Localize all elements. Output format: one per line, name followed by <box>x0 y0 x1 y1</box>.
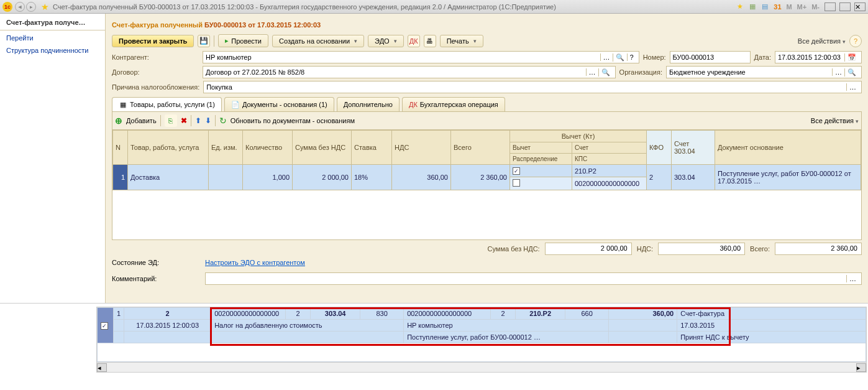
scroll-left-button[interactable]: ◂ <box>97 363 107 372</box>
cell-account[interactable]: 210.P2 <box>572 165 647 177</box>
cell-total[interactable]: 2 360,00 <box>451 165 510 190</box>
col-kfo[interactable]: КФО <box>647 131 672 165</box>
search-icon[interactable]: 🔍 <box>844 68 859 77</box>
cell-rate[interactable]: 18% <box>352 165 392 190</box>
save-button[interactable]: 💾 <box>198 35 210 47</box>
counterparty-field[interactable]: HP компьютер … 🔍 ? <box>203 51 639 63</box>
col-item[interactable]: Товар, работа, услуга <box>128 131 209 165</box>
col-distribution[interactable]: Распределение <box>510 154 572 165</box>
cell-item[interactable]: Доставка <box>128 165 209 190</box>
checkbox-icon[interactable]: ✓ <box>513 167 520 175</box>
tax-reason-field[interactable]: Покупка … <box>203 81 862 93</box>
post-button[interactable]: ▸Провести <box>218 34 268 47</box>
help-field-icon[interactable]: ? <box>627 53 636 61</box>
copy-icon[interactable]: ⎘ <box>165 114 177 127</box>
col-unit[interactable]: Ед. изм. <box>209 131 243 165</box>
number-field[interactable]: БУ00-000013 <box>670 51 751 63</box>
sidebar-item-goto[interactable]: Перейти <box>0 32 105 44</box>
maximize-button[interactable] <box>839 2 851 11</box>
cell-kps[interactable]: 00200000000000000 <box>572 177 647 190</box>
cell-distribution[interactable] <box>510 177 572 190</box>
calendar-icon[interactable]: 📅 <box>844 53 859 62</box>
sidebar-item-structure[interactable]: Структура подчиненности <box>0 44 105 57</box>
lookup-icon[interactable]: … <box>846 275 859 282</box>
search-icon[interactable]: 🔍 <box>613 53 627 62</box>
memory-mminus-button[interactable]: M- <box>810 3 821 11</box>
col-total[interactable]: Всего <box>451 131 510 165</box>
cell-kfo[interactable]: 2 <box>647 165 672 190</box>
cell-qty[interactable]: 1,000 <box>243 165 293 190</box>
nav-forward-button[interactable]: ▸ <box>26 2 36 12</box>
tab-accounting[interactable]: ДКБухгалтерская операция <box>402 97 505 111</box>
minimize-button[interactable] <box>825 2 836 11</box>
date-field[interactable]: 17.03.2015 12:00:03 📅 <box>775 51 862 63</box>
items-grid[interactable]: N Товар, работа, услуга Ед. изм. Количес… <box>112 129 862 240</box>
cell-docbase[interactable]: Поступление услуг, работ БУ00-000012 от … <box>715 165 861 190</box>
cell-n[interactable]: 1 <box>113 165 128 190</box>
scroll-right-button[interactable]: ▸ <box>856 363 866 372</box>
col-qty[interactable]: Количество <box>243 131 293 165</box>
calendar-icon[interactable]: 31 <box>772 2 782 12</box>
post-and-close-button[interactable]: Провести и закрыть <box>112 35 194 47</box>
move-down-icon[interactable]: ⬇ <box>205 116 211 125</box>
grid-all-actions-button[interactable]: Все действия <box>811 117 859 124</box>
tabs: ▦Товары, работы, услуги (1) 📄Документы -… <box>112 97 862 111</box>
col-vat[interactable]: НДС <box>392 131 451 165</box>
clipboard-icon[interactable]: ▦ <box>747 2 757 12</box>
print-button[interactable]: Печать <box>440 35 483 47</box>
comment-field[interactable]: … <box>205 272 862 285</box>
col-rate[interactable]: Ставка <box>352 131 392 165</box>
print-icon-button[interactable]: 🖶 <box>424 35 436 47</box>
col-n[interactable]: N <box>113 131 128 165</box>
bottom-grid[interactable]: ✓ 1 2 00200000000000000 2 303.04 830 002… <box>97 307 866 362</box>
refresh-button[interactable]: Обновить по документам - основаниям <box>231 117 355 124</box>
refresh-icon[interactable]: ↻ <box>219 116 227 126</box>
memory-mplus-button[interactable]: M+ <box>796 3 808 11</box>
col-deduct-kt[interactable]: Вычет (Кт) <box>510 131 647 142</box>
add-icon[interactable]: ⊕ <box>115 116 122 126</box>
checkbox-icon[interactable] <box>513 179 520 187</box>
memory-m-button[interactable]: M <box>785 3 793 11</box>
contract-field[interactable]: Договор от 27.02.2015 № 852/8 … 🔍 <box>203 66 616 78</box>
col-acc303[interactable]: Счет 303.04 <box>672 131 715 165</box>
help-button[interactable]: ? <box>849 35 862 47</box>
col-account[interactable]: Счет <box>572 142 647 154</box>
row-handle[interactable]: ✓ <box>98 308 114 343</box>
calculator-icon[interactable]: ▤ <box>760 2 770 12</box>
cell-vat[interactable]: 360,00 <box>392 165 451 190</box>
lookup-icon[interactable]: … <box>586 68 598 76</box>
col-docbase[interactable]: Документ основание <box>715 131 861 165</box>
col-sum-no-vat[interactable]: Сумма без НДС <box>293 131 352 165</box>
create-based-button[interactable]: Создать на основании <box>272 35 364 47</box>
edo-setup-link[interactable]: Настроить ЭДО с контрагентом <box>205 259 305 266</box>
delete-icon[interactable]: ✖ <box>181 116 187 125</box>
tab-items[interactable]: ▦Товары, работы, услуги (1) <box>112 97 222 111</box>
all-actions-button[interactable]: Все действия <box>798 37 846 45</box>
org-field[interactable]: Бюджетное учреждение … 🔍 <box>666 66 862 78</box>
favorite-icon[interactable]: ★ <box>41 2 49 12</box>
tab-documents[interactable]: 📄Документы - основания (1) <box>224 97 334 111</box>
close-button[interactable]: ✕ <box>854 2 866 11</box>
window-title: Счет-фактура полученный БУ00-000013 от 1… <box>53 3 735 11</box>
add-button[interactable]: Добавить <box>126 117 157 124</box>
cell-deduct-check[interactable]: ✓ <box>510 165 572 177</box>
vat-value: 360,00 <box>658 243 745 255</box>
move-up-icon[interactable]: ⬆ <box>195 116 201 125</box>
bottom-grid-panel: ✓ 1 2 00200000000000000 2 303.04 830 002… <box>96 307 867 373</box>
lookup-icon[interactable]: … <box>600 53 613 61</box>
cell-acc303[interactable]: 303.04 <box>672 165 715 190</box>
tab-additional[interactable]: Дополнительно <box>337 97 400 111</box>
horizontal-scrollbar[interactable]: ◂ ▸ <box>97 362 866 372</box>
edo-button[interactable]: ЭДО <box>368 35 404 47</box>
lookup-icon[interactable]: … <box>832 68 844 76</box>
cell-sum-no-vat[interactable]: 2 000,00 <box>293 165 352 190</box>
cell-unit[interactable] <box>209 165 243 190</box>
col-deduct[interactable]: Вычет <box>510 142 572 154</box>
debit-credit-icon[interactable]: ДК <box>408 35 420 47</box>
col-kps[interactable]: КПС <box>572 154 647 165</box>
star-icon[interactable]: ★ <box>735 2 745 12</box>
search-icon[interactable]: 🔍 <box>598 68 613 77</box>
nav-back-button[interactable]: ◄ <box>15 2 25 12</box>
lookup-icon[interactable]: … <box>846 83 859 91</box>
sidebar-item-invoice[interactable]: Счет-фактура получе… <box>0 16 105 29</box>
